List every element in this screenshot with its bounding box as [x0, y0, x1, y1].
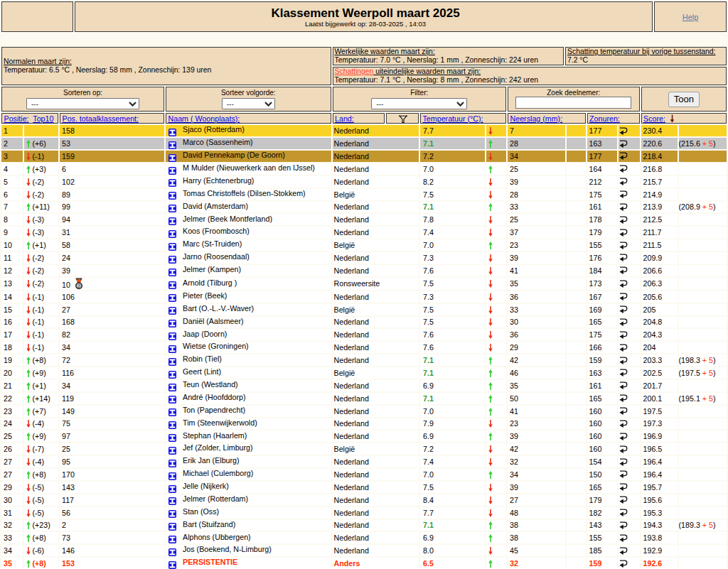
- svg-text:2: 2: [77, 283, 80, 289]
